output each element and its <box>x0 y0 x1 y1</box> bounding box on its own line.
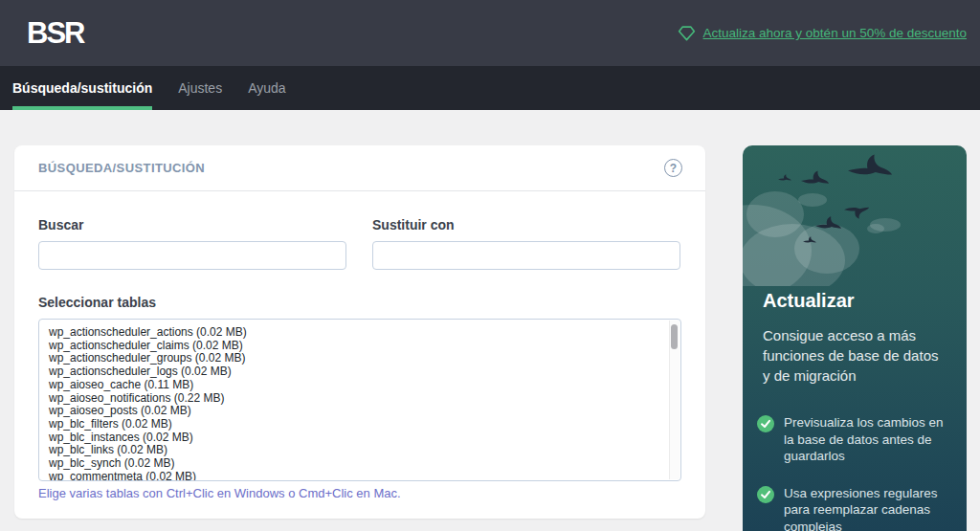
check-icon <box>757 486 774 531</box>
card-title: BÚSQUEDA/SUSTITUCIÓN <box>38 161 205 175</box>
table-option[interactable]: wp_actionscheduler_groups (0.02 MB) <box>49 352 667 365</box>
search-replace-card: BÚSQUEDA/SUSTITUCIÓN ? Buscar Sustituir … <box>14 145 705 519</box>
replace-field-group: Sustituir con <box>372 217 680 270</box>
table-option[interactable]: wp_actionscheduler_claims (0.02 MB) <box>49 340 667 353</box>
upgrade-link[interactable]: Actualiza ahora y obtén un 50% de descue… <box>678 25 967 42</box>
feature-text: Usa expresiones regulares para reemplaza… <box>784 485 949 531</box>
top-bar: BSR Actualiza ahora y obtén un 50% de de… <box>0 0 980 66</box>
tables-label: Seleccionar tablas <box>38 295 681 310</box>
tab-settings[interactable]: Ajustes <box>178 66 222 110</box>
tables-helper-text: Elige varias tablas con Ctrl+Clic en Win… <box>38 486 681 500</box>
bsr-logo: BSR <box>27 16 83 51</box>
listbox-scrollbar-track[interactable] <box>669 321 679 479</box>
tab-search-replace[interactable]: Búsqueda/sustitución <box>12 66 152 110</box>
gem-icon <box>678 25 696 42</box>
table-option[interactable]: wp_actionscheduler_logs (0.02 MB) <box>49 365 667 379</box>
table-option[interactable]: wp_blc_synch (0.02 MB) <box>49 457 667 471</box>
feature-text: Previsualiza los cambios en la base de d… <box>784 414 949 465</box>
birds-illustration <box>743 145 967 286</box>
table-option[interactable]: wp_aioseo_cache (0.11 MB) <box>49 379 667 392</box>
replace-input[interactable] <box>372 241 680 270</box>
help-icon[interactable]: ? <box>664 159 682 177</box>
feature-item: Usa expresiones regulares para reemplaza… <box>757 485 949 531</box>
table-option[interactable]: wp_aioseo_posts (0.02 MB) <box>49 405 667 418</box>
sidebar-description: Consigue acceso a más funciones de base … <box>743 325 967 386</box>
search-label: Buscar <box>38 217 346 232</box>
check-icon <box>757 415 774 465</box>
tab-settings-label: Ajustes <box>178 80 222 96</box>
tab-help-label: Ayuda <box>248 80 285 96</box>
listbox-scrollbar-thumb[interactable] <box>671 324 678 349</box>
nav-tabs: Búsqueda/sustitución Ajustes Ayuda <box>0 66 980 110</box>
tables-listbox[interactable]: wp_actionscheduler_actions (0.02 MB)wp_a… <box>38 319 681 481</box>
table-option[interactable]: wp_blc_instances (0.02 MB) <box>49 431 667 445</box>
table-option[interactable]: wp_blc_filters (0.02 MB) <box>49 418 667 431</box>
table-option[interactable]: wp_blc_links (0.02 MB) <box>49 444 667 457</box>
table-option[interactable]: wp_commentmeta (0.02 MB) <box>49 471 667 481</box>
search-field-group: Buscar <box>38 217 346 270</box>
table-option[interactable]: wp_actionscheduler_actions (0.02 MB) <box>49 326 667 340</box>
card-header: BÚSQUEDA/SUSTITUCIÓN ? <box>14 145 705 191</box>
tab-help[interactable]: Ayuda <box>248 66 285 110</box>
card-body: Buscar Sustituir con Seleccionar tablas … <box>14 191 705 500</box>
search-input[interactable] <box>38 241 346 270</box>
feature-item: Previsualiza los cambios en la base de d… <box>757 414 949 465</box>
sidebar-title: Actualizar <box>743 290 967 312</box>
upgrade-link-label: Actualiza ahora y obtén un 50% de descue… <box>703 26 967 40</box>
sidebar-feature-list: Previsualiza los cambios en la base de d… <box>743 414 967 531</box>
table-option[interactable]: wp_aioseo_notifications (0.22 MB) <box>49 392 667 406</box>
upgrade-sidebar: Actualizar Consigue acceso a más funcion… <box>743 145 967 531</box>
replace-label: Sustituir con <box>372 217 680 232</box>
tab-search-replace-label: Búsqueda/sustitución <box>12 80 152 96</box>
